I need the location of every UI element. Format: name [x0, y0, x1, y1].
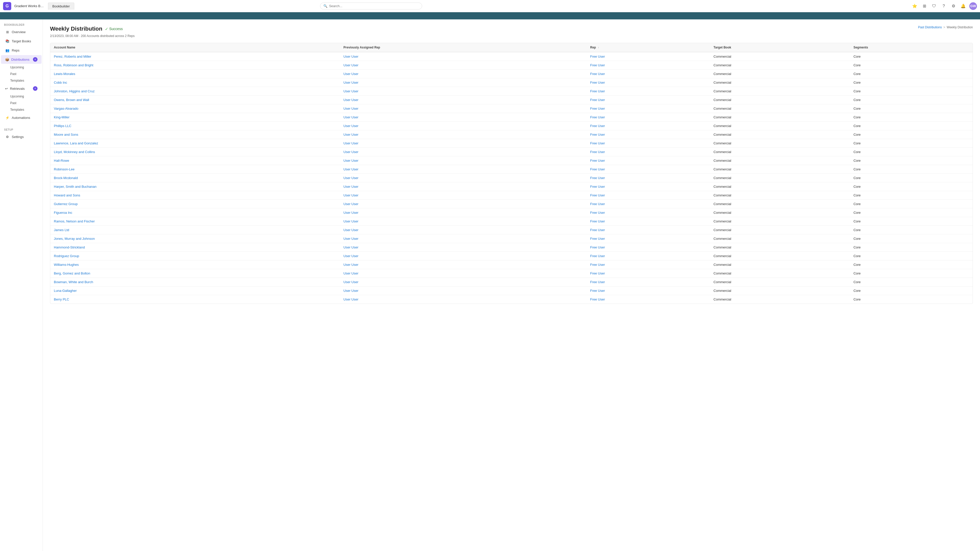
account-name-cell[interactable]: Robinson-Lee — [50, 165, 340, 174]
prev-rep-cell[interactable]: User User — [340, 156, 587, 165]
retrievals-past[interactable]: Past — [10, 100, 43, 106]
prev-rep-cell[interactable]: User User — [340, 234, 587, 243]
prev-rep-cell[interactable]: User User — [340, 165, 587, 174]
col-account-name[interactable]: Account Name — [50, 43, 340, 52]
account-name-cell[interactable]: James Ltd — [50, 226, 340, 234]
rep-cell[interactable]: Free User — [587, 148, 710, 156]
prev-rep-cell[interactable]: User User — [340, 139, 587, 148]
rep-cell[interactable]: Free User — [587, 243, 710, 252]
prev-rep-cell[interactable]: User User — [340, 113, 587, 122]
col-previously-assigned-rep[interactable]: Previously Assigned Rep — [340, 43, 587, 52]
sidebar-item-automations[interactable]: ⚡ Automations — [1, 113, 41, 122]
bell-icon[interactable]: 🔔 — [959, 3, 967, 10]
star-icon[interactable]: ⭐ — [911, 3, 918, 10]
rep-cell[interactable]: Free User — [587, 200, 710, 208]
distributions-upcoming[interactable]: Upcoming — [10, 64, 43, 71]
prev-rep-cell[interactable]: User User — [340, 217, 587, 226]
rep-cell[interactable]: Free User — [587, 183, 710, 191]
account-name-cell[interactable]: Williams-Hughes — [50, 260, 340, 269]
prev-rep-cell[interactable]: User User — [340, 260, 587, 269]
account-name-cell[interactable]: Berry PLC — [50, 295, 340, 304]
account-name-cell[interactable]: Phillips LLC — [50, 122, 340, 130]
account-name-cell[interactable]: Cobb Inc — [50, 78, 340, 87]
search-input[interactable] — [329, 4, 419, 8]
account-name-cell[interactable]: Perez, Roberts and Miller — [50, 52, 340, 61]
settings-icon[interactable]: ⚙ — [950, 3, 957, 10]
prev-rep-cell[interactable]: User User — [340, 200, 587, 208]
avatar[interactable]: GW — [969, 2, 977, 10]
rep-cell[interactable]: Free User — [587, 295, 710, 304]
prev-rep-cell[interactable]: User User — [340, 148, 587, 156]
rep-cell[interactable]: Free User — [587, 208, 710, 217]
account-name-cell[interactable]: Rodriguez Group — [50, 252, 340, 260]
distributions-templates[interactable]: Templates — [10, 77, 43, 84]
rep-cell[interactable]: Free User — [587, 260, 710, 269]
retrievals-upcoming[interactable]: Upcoming — [10, 93, 43, 100]
rep-cell[interactable]: Free User — [587, 217, 710, 226]
rep-cell[interactable]: Free User — [587, 104, 710, 113]
prev-rep-cell[interactable]: User User — [340, 286, 587, 295]
prev-rep-cell[interactable]: User User — [340, 78, 587, 87]
account-name-cell[interactable]: Figueroa Inc — [50, 208, 340, 217]
rep-cell[interactable]: Free User — [587, 174, 710, 183]
prev-rep-cell[interactable]: User User — [340, 130, 587, 139]
account-name-cell[interactable]: Moore and Sons — [50, 130, 340, 139]
grid-icon[interactable]: ⊞ — [921, 3, 928, 10]
rep-cell[interactable]: Free User — [587, 96, 710, 104]
rep-cell[interactable]: Free User — [587, 130, 710, 139]
account-name-cell[interactable]: Berg, Gomez and Bolton — [50, 269, 340, 278]
account-name-cell[interactable]: Lloyd, Mckinney and Collins — [50, 148, 340, 156]
rep-cell[interactable]: Free User — [587, 286, 710, 295]
col-rep[interactable]: Rep ↑ — [587, 43, 710, 52]
prev-rep-cell[interactable]: User User — [340, 269, 587, 278]
prev-rep-cell[interactable]: User User — [340, 252, 587, 260]
rep-cell[interactable]: Free User — [587, 269, 710, 278]
rep-cell[interactable]: Free User — [587, 122, 710, 130]
shield-icon[interactable]: 🛡 — [931, 3, 938, 10]
account-name-cell[interactable]: Hammond-Strickland — [50, 243, 340, 252]
account-name-cell[interactable]: Gutierrez Group — [50, 200, 340, 208]
breadcrumb-parent[interactable]: Past Distributions — [918, 25, 942, 29]
app-logo[interactable]: G — [3, 2, 11, 10]
prev-rep-cell[interactable]: User User — [340, 226, 587, 234]
prev-rep-cell[interactable]: User User — [340, 122, 587, 130]
distributions-past[interactable]: Past — [10, 71, 43, 77]
rep-cell[interactable]: Free User — [587, 278, 710, 286]
sidebar-item-settings[interactable]: ⚙ Settings — [1, 132, 41, 141]
prev-rep-cell[interactable]: User User — [340, 104, 587, 113]
rep-cell[interactable]: Free User — [587, 191, 710, 200]
rep-cell[interactable]: Free User — [587, 165, 710, 174]
account-name-cell[interactable]: Hall-Rowe — [50, 156, 340, 165]
account-name-cell[interactable]: Vargas-Alvarado — [50, 104, 340, 113]
prev-rep-cell[interactable]: User User — [340, 174, 587, 183]
rep-cell[interactable]: Free User — [587, 61, 710, 70]
col-target-book[interactable]: Target Book — [710, 43, 850, 52]
rep-cell[interactable]: Free User — [587, 70, 710, 78]
bookbuilder-tab[interactable]: Bookbuilder — [48, 3, 74, 10]
prev-rep-cell[interactable]: User User — [340, 295, 587, 304]
retrievals-add-button[interactable]: + — [33, 86, 38, 91]
account-name-cell[interactable]: Brock-Mcdonald — [50, 174, 340, 183]
rep-cell[interactable]: Free User — [587, 139, 710, 148]
account-name-cell[interactable]: Jones, Murray and Johnson — [50, 234, 340, 243]
sidebar-item-reps[interactable]: 👥 Reps — [1, 46, 41, 55]
help-icon[interactable]: ? — [940, 3, 947, 10]
account-name-cell[interactable]: Johnston, Higgins and Cruz — [50, 87, 340, 96]
prev-rep-cell[interactable]: User User — [340, 243, 587, 252]
account-name-cell[interactable]: Howard and Sons — [50, 191, 340, 200]
prev-rep-cell[interactable]: User User — [340, 96, 587, 104]
sidebar-item-distributions[interactable]: 📦 Distributions + — [1, 55, 41, 64]
account-name-cell[interactable]: King-Miller — [50, 113, 340, 122]
prev-rep-cell[interactable]: User User — [340, 61, 587, 70]
prev-rep-cell[interactable]: User User — [340, 70, 587, 78]
prev-rep-cell[interactable]: User User — [340, 278, 587, 286]
col-segments[interactable]: Segments — [850, 43, 973, 52]
rep-cell[interactable]: Free User — [587, 78, 710, 87]
sidebar-item-retrievals[interactable]: ↩ Retrievals + — [1, 84, 41, 93]
account-name-cell[interactable]: Harper, Smith and Buchanan — [50, 183, 340, 191]
prev-rep-cell[interactable]: User User — [340, 52, 587, 61]
rep-cell[interactable]: Free User — [587, 252, 710, 260]
retrievals-templates[interactable]: Templates — [10, 106, 43, 113]
prev-rep-cell[interactable]: User User — [340, 87, 587, 96]
account-name-cell[interactable]: Owens, Brown and Wall — [50, 96, 340, 104]
